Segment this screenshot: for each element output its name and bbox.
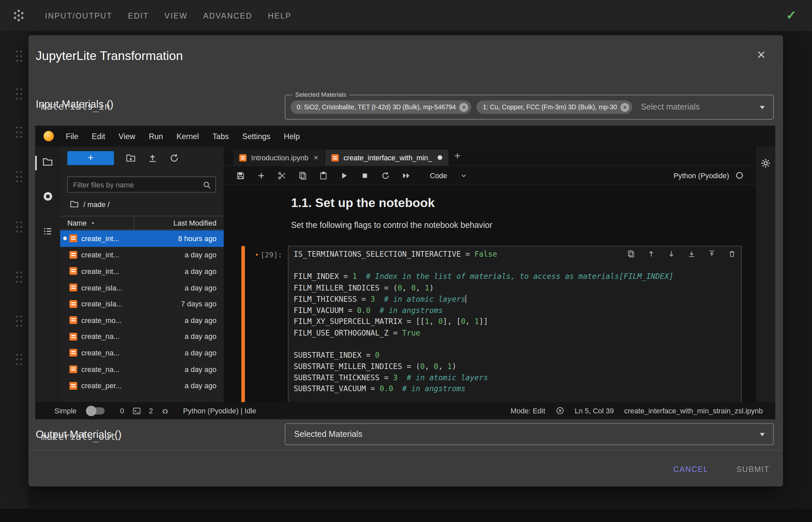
file-row[interactable]: create_isla...a day ago [60, 279, 224, 296]
column-name[interactable]: Name [60, 219, 134, 227]
drag-handle-icon[interactable] [15, 170, 23, 184]
tab-create-interface[interactable]: create_interface_with_min_ [326, 150, 448, 166]
file-row[interactable]: create_int...a day ago [60, 247, 224, 263]
jp-menu-view[interactable]: View [112, 132, 142, 141]
run-cell-icon[interactable] [340, 171, 349, 180]
new-launcher-button[interactable]: + [67, 151, 114, 165]
command-mode-icon[interactable] [556, 406, 564, 415]
new-folder-icon[interactable] [126, 153, 136, 163]
menu-help[interactable]: HELP [268, 11, 291, 20]
menu-input-output[interactable]: INPUT/OUTPUT [45, 11, 112, 20]
insert-cell-above-icon[interactable] [688, 250, 695, 258]
filter-files-input[interactable] [68, 177, 215, 192]
close-icon[interactable]: × [752, 46, 771, 64]
submit-button[interactable]: SUBMIT [732, 460, 774, 479]
file-name: create_isla... [81, 300, 181, 308]
drag-handle-icon[interactable] [15, 87, 23, 101]
cell-collapser[interactable] [241, 246, 245, 402]
close-tab-icon[interactable]: × [313, 153, 318, 162]
kernel-bug-icon[interactable] [161, 406, 170, 415]
add-tab-icon[interactable]: + [455, 150, 460, 162]
move-cell-up-icon[interactable] [647, 250, 655, 258]
running-sessions-tab-icon[interactable] [42, 191, 53, 202]
drag-handle-icon[interactable] [15, 314, 23, 328]
cut-icon[interactable] [278, 171, 287, 180]
jp-menu-tabs[interactable]: Tabs [206, 132, 236, 141]
drag-handle-icon[interactable] [15, 125, 23, 139]
materials-out-select[interactable]: Selected Materials [285, 423, 774, 445]
table-of-contents-tab-icon[interactable] [42, 226, 53, 237]
drag-handle-icon[interactable] [15, 49, 23, 63]
menu-advanced[interactable]: ADVANCED [203, 11, 253, 20]
insert-cell-below-icon[interactable] [708, 250, 716, 258]
interrupt-kernel-icon[interactable] [361, 171, 370, 180]
cursor-position[interactable]: Ln 5, Col 39 [575, 406, 614, 415]
notebook-file-icon [69, 365, 77, 373]
file-row[interactable]: create_isla...7 days ago [60, 296, 224, 312]
breadcrumb-path[interactable]: / made / [83, 200, 110, 208]
materials-in-select[interactable]: Selected Materials 0: SiO2, Cristobalite… [285, 95, 774, 120]
file-row[interactable]: create_na...a day ago [60, 328, 224, 345]
jp-menu-help[interactable]: Help [277, 132, 307, 141]
jp-menu-file[interactable]: File [59, 132, 85, 141]
notebook-content[interactable]: 1.1. Set up the notebook Set the followi… [224, 185, 756, 402]
jp-menu-kernel[interactable]: Kernel [170, 132, 206, 141]
menu-edit[interactable]: EDIT [128, 11, 149, 20]
kernel-indicator[interactable]: Python (Pyodide) [674, 171, 744, 180]
file-row[interactable]: create_int...8 hours ago [60, 230, 224, 246]
chip-remove-icon[interactable]: × [459, 103, 468, 112]
kernel-status-text[interactable]: Python (Pyodide) | Idle [183, 406, 256, 415]
upload-icon[interactable] [148, 153, 157, 163]
jp-menu-edit[interactable]: Edit [85, 132, 112, 141]
confirm-check-icon[interactable]: ✓ [786, 8, 796, 23]
save-icon[interactable] [236, 171, 245, 180]
simple-mode-toggle[interactable] [87, 407, 104, 414]
file-browser-tab-icon[interactable] [42, 157, 53, 167]
property-inspector-gear-icon[interactable] [760, 158, 771, 169]
cell-type-dropdown[interactable]: Code [430, 171, 467, 180]
drag-handle-icon[interactable] [15, 270, 23, 284]
refresh-icon[interactable] [169, 153, 179, 163]
chip-remove-icon[interactable]: × [621, 103, 630, 112]
kernel-count[interactable]: 2 [149, 406, 153, 415]
menu-view[interactable]: VIEW [165, 11, 188, 20]
file-row[interactable]: create_na...a day ago [60, 345, 224, 361]
file-row[interactable]: create_mo...a day ago [60, 312, 224, 328]
delete-cell-icon[interactable] [728, 250, 736, 258]
cancel-button[interactable]: CANCEL [669, 460, 713, 479]
copy-icon[interactable] [298, 171, 307, 180]
code-cell[interactable]: IS_TERMINATIONS_SELECTION_INTERACTIVE = … [288, 246, 742, 402]
drag-handle-icon[interactable] [15, 220, 23, 234]
terminal-icon[interactable] [132, 406, 140, 415]
file-row[interactable]: create_int...a day ago [60, 263, 224, 279]
material-chip[interactable]: 1: Cu, Copper, FCC (Fm-3m) 3D (Bulk), mp… [477, 100, 632, 114]
open-file-dot [63, 237, 67, 240]
jp-menu-settings[interactable]: Settings [236, 132, 277, 141]
app-logo-icon[interactable] [11, 8, 26, 23]
column-last-modified[interactable]: Last Modified [134, 216, 224, 229]
code-line: SUBSTRATE_MILLER_INDICES = (0, 0, 1) [294, 361, 736, 373]
drag-handle-icon[interactable] [15, 353, 23, 366]
jupyter-body: + [35, 146, 775, 402]
jp-menu-run[interactable]: Run [142, 132, 170, 141]
chevron-down-icon[interactable] [757, 101, 768, 113]
insert-cell-icon[interactable] [257, 171, 266, 180]
restart-run-all-icon[interactable] [402, 171, 411, 180]
tab-introduction[interactable]: Introduction.ipynb × [233, 150, 324, 166]
restart-kernel-icon[interactable] [381, 171, 390, 180]
unsaved-changes-dot[interactable] [438, 155, 442, 160]
paste-icon[interactable] [319, 171, 328, 180]
file-modified: a day ago [185, 251, 216, 259]
material-chip[interactable]: 0: SiO2, Cristobalite, TET (I-42d) 3D (B… [291, 100, 471, 114]
document-tabbar: Introduction.ipynb × create_interface_wi… [224, 146, 756, 166]
file-modified: a day ago [185, 283, 216, 292]
file-row[interactable]: create_per...a day ago [60, 378, 224, 394]
duplicate-cell-icon[interactable] [627, 250, 635, 258]
file-row[interactable]: create_na...a day ago [60, 361, 224, 377]
code-lines[interactable]: IS_TERMINATIONS_SELECTION_INTERACTIVE = … [294, 249, 736, 395]
terminal-count[interactable]: 0 [120, 406, 124, 415]
move-cell-down-icon[interactable] [668, 250, 675, 258]
file-name: create_per... [81, 382, 185, 390]
active-filename: create_interface_with_min_strain_zsl.ipy… [624, 406, 762, 415]
breadcrumb[interactable]: / made / [70, 200, 110, 209]
